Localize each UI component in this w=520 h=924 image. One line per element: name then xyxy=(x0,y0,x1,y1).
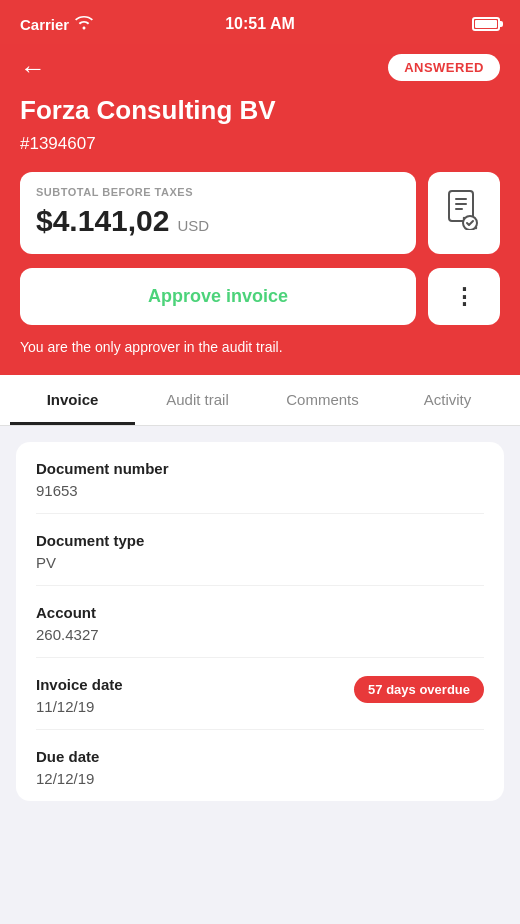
document-number-value: 91653 xyxy=(36,482,484,499)
amount-value: $4.141,02 xyxy=(36,204,169,238)
carrier-wifi: Carrier xyxy=(20,16,93,33)
detail-row-document-type: Document type PV xyxy=(36,514,484,586)
due-date-label: Due date xyxy=(36,748,484,765)
invoice-date-value: 11/12/19 xyxy=(36,698,123,715)
more-dots-icon: ⋮ xyxy=(453,284,475,310)
company-name: Forza Consulting BV xyxy=(20,95,500,126)
detail-card: Document number 91653 Document type PV A… xyxy=(16,442,504,801)
approve-invoice-button[interactable]: Approve invoice xyxy=(20,268,416,325)
document-icon-button[interactable] xyxy=(428,172,500,254)
tab-activity[interactable]: Activity xyxy=(385,375,510,425)
answered-badge: ANSWERED xyxy=(388,54,500,81)
header: ← ANSWERED Forza Consulting BV #1394607 … xyxy=(0,44,520,375)
overdue-badge: 57 days overdue xyxy=(354,676,484,703)
back-button[interactable]: ← xyxy=(20,55,46,81)
wifi-icon xyxy=(75,16,93,33)
document-type-label: Document type xyxy=(36,532,484,549)
invoice-date-label: Invoice date xyxy=(36,676,123,693)
subtotal-label: SUBTOTAL BEFORE TAXES xyxy=(36,186,400,198)
status-bar: Carrier 10:51 AM xyxy=(0,0,520,44)
detail-row-due-date: Due date 12/12/19 xyxy=(36,730,484,801)
battery-area xyxy=(472,17,500,31)
tabs-bar: Invoice Audit trail Comments Activity xyxy=(0,375,520,426)
due-date-value: 12/12/19 xyxy=(36,770,484,787)
tab-comments[interactable]: Comments xyxy=(260,375,385,425)
status-time: 10:51 AM xyxy=(225,15,295,33)
document-type-value: PV xyxy=(36,554,484,571)
battery-icon xyxy=(472,17,500,31)
detail-row-document-number: Document number 91653 xyxy=(36,442,484,514)
amount-card: SUBTOTAL BEFORE TAXES $4.141,02 USD xyxy=(20,172,416,254)
svg-rect-2 xyxy=(455,203,467,205)
account-value: 260.4327 xyxy=(36,626,484,643)
detail-row-account: Account 260.4327 xyxy=(36,586,484,658)
content-area: Document number 91653 Document type PV A… xyxy=(0,426,520,831)
account-label: Account xyxy=(36,604,484,621)
svg-rect-3 xyxy=(455,208,463,210)
amount-currency: USD xyxy=(177,217,209,234)
more-options-button[interactable]: ⋮ xyxy=(428,268,500,325)
document-icon xyxy=(446,190,482,237)
invoice-id: #1394607 xyxy=(20,134,500,154)
tab-audit-trail[interactable]: Audit trail xyxy=(135,375,260,425)
carrier-label: Carrier xyxy=(20,16,69,33)
tab-invoice[interactable]: Invoice xyxy=(10,375,135,425)
audit-trail-note: You are the only approver in the audit t… xyxy=(20,339,500,355)
svg-rect-1 xyxy=(455,198,467,200)
detail-row-invoice-date: Invoice date 11/12/19 57 days overdue xyxy=(36,658,484,730)
document-number-label: Document number xyxy=(36,460,484,477)
